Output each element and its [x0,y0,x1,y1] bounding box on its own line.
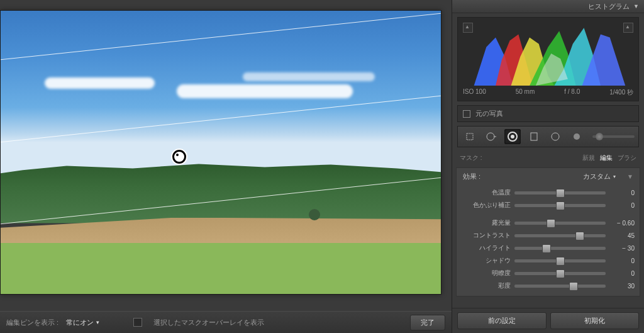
brush-tool-icon[interactable] [569,129,585,144]
image-canvas-area[interactable] [0,0,452,311]
photo-sky [1,11,441,186]
slider-label: 彩度 [462,281,511,290]
slider-thumb[interactable] [556,189,565,198]
slider-thumb[interactable] [556,201,565,210]
mask-mode-brush[interactable]: ブラシ [618,154,636,162]
effect-label: 効果 : [463,172,480,181]
slider-value: 0 [609,202,635,209]
original-photo-toggle[interactable]: 元の写真 [457,105,639,122]
svg-point-3 [511,135,514,138]
slider-highlight: ハイライト − 30 [462,242,635,254]
photo-cloud [177,84,353,98]
original-photo-label: 元の写真 [475,109,503,118]
reset-button[interactable]: 初期化 [550,312,640,329]
histogram-panel-header[interactable]: ヒストグラム ▼ [452,0,644,13]
slider-clarity: 明瞭度 0 [462,267,635,279]
slider-value: − 30 [609,245,635,252]
slider-track[interactable] [514,191,606,195]
mask-overlay-label: 選択したマスクオーバーレイを表示 [153,318,264,327]
slider-shadow: シャドウ 0 [462,254,635,267]
mask-label: マスク : [460,154,482,162]
effect-preset-dropdown[interactable]: カスタム [583,172,616,181]
gradient-pin[interactable] [172,150,186,164]
effect-panel: 効果 : カスタム ▼ 色温度 0 色かぶり補正 0 露光量 [456,167,640,296]
slider-track[interactable] [514,259,606,262]
slider-value: 30 [609,283,635,290]
exif-aperture: f / 8.0 [564,88,580,97]
slider-saturation: 彩度 30 [462,279,635,292]
slider-exposure: 露光量 − 0.60 [462,217,635,229]
histogram-title: ヒストグラム [588,2,630,11]
mask-mode-edit[interactable]: 編集 [600,154,613,162]
mask-mode-row: マスク : 新規 編集 ブラシ [452,151,644,165]
mask-mode-new[interactable]: 新規 [582,154,595,162]
slider-label: 色かぶり補正 [462,201,511,210]
slider-label: 露光量 [462,218,511,227]
photo-lone-tree [309,209,320,220]
spot-tool-icon[interactable] [483,129,499,144]
histogram-metadata: ISO 100 50 mm f / 8.0 1/400 秒 [462,86,635,97]
slider-value: 0 [609,270,635,277]
slider-label: 明瞭度 [462,269,511,278]
slider-track[interactable] [514,222,606,225]
photo-treeline [1,161,441,223]
photo-foreground-grass [1,243,441,294]
svg-point-6 [574,133,580,140]
slider-temperature: 色温度 0 [462,186,635,199]
shadow-clipping-indicator[interactable] [463,23,473,33]
svg-rect-4 [531,133,537,140]
slider-track[interactable] [514,234,606,237]
tool-size-slider[interactable] [592,135,635,138]
slider-label: ハイライト [462,244,511,252]
slider-value: − 0.60 [609,220,635,227]
exif-focal-length: 50 mm [516,88,535,97]
photo-preview[interactable] [0,10,441,295]
gradient-tool-icon[interactable] [504,129,521,144]
edit-pins-dropdown[interactable]: 常にオン [66,318,99,327]
svg-point-1 [487,133,494,140]
previous-settings-button[interactable]: 前の設定 [457,312,547,329]
radial-filter-tool-icon[interactable] [547,129,564,144]
svg-rect-0 [467,133,473,140]
rect-gradient-tool-icon[interactable] [526,129,542,144]
slider-value: 0 [609,189,635,196]
slider-thumb[interactable] [547,219,555,228]
photo-cloud [45,77,155,89]
slider-tint: 色かぶり補正 0 [462,199,635,212]
histogram-graph[interactable] [462,21,635,86]
slider-thumb[interactable] [575,232,584,240]
slider-thumb[interactable] [556,257,565,266]
slider-contrast: コントラスト 45 [462,229,635,242]
highlight-clipping-indicator[interactable] [623,23,633,33]
crop-tool-icon[interactable] [462,129,478,144]
slider-track[interactable] [514,247,606,250]
slider-thumb[interactable] [542,244,551,253]
slider-track[interactable] [514,285,606,288]
slider-label: 色温度 [462,188,511,197]
canvas-toolbar: 編集ピンを表示 : 常にオン 選択したマスクオーバーレイを表示 完了 [0,311,452,333]
effect-disclosure-icon[interactable]: ▼ [627,173,633,180]
slider-label: シャドウ [462,256,511,265]
done-button[interactable]: 完了 [410,315,445,330]
slider-value: 45 [609,232,635,239]
mask-overlay-checkbox[interactable] [133,318,142,327]
exif-iso: ISO 100 [463,88,486,97]
slider-label: コントラスト [462,231,511,240]
chevron-down-icon: ▼ [633,3,639,9]
slider-thumb[interactable] [569,282,578,291]
histogram-box: ISO 100 50 mm f / 8.0 1/400 秒 [457,17,639,101]
exif-shutter: 1/400 秒 [609,88,633,97]
edit-pins-label: 編集ピンを表示 : [6,318,58,327]
square-icon [463,110,470,118]
slider-track[interactable] [514,272,606,275]
local-adjust-toolstrip [457,126,639,147]
slider-thumb[interactable] [556,269,565,278]
photo-cloud [243,72,375,81]
slider-track[interactable] [514,204,606,207]
svg-point-5 [552,133,559,140]
slider-value: 0 [609,257,635,264]
panel-footer-buttons: 前の設定 初期化 [452,308,644,333]
